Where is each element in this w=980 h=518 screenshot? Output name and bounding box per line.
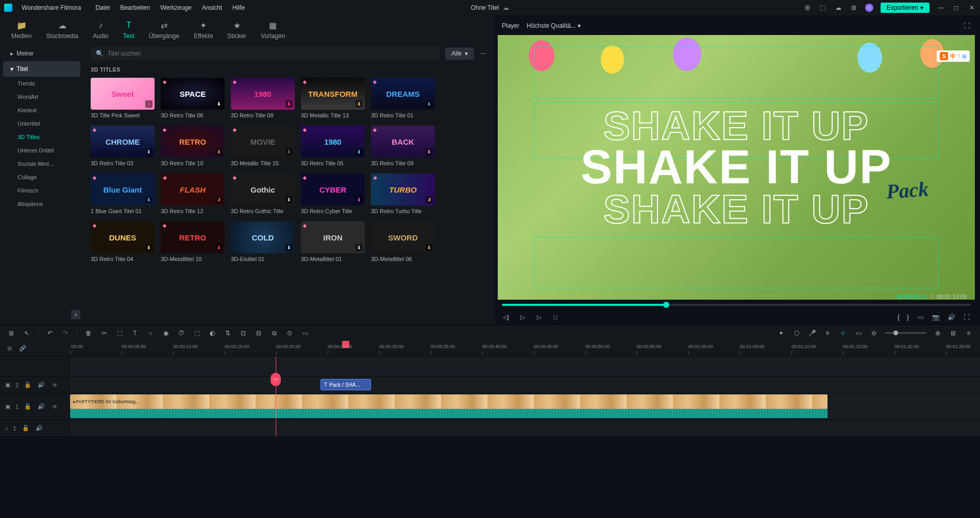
download-icon[interactable]: ⬇ [426, 244, 433, 251]
menu-edit[interactable]: Bearbeiten [120, 4, 150, 11]
title-card[interactable]: ◆CYBER⬇3D Retro Cyber Title [301, 174, 365, 214]
visibility-icon[interactable]: 👁 [50, 403, 59, 411]
crop-icon[interactable]: ⬚ [115, 329, 124, 337]
title-card[interactable]: COLD⬇3D-Eistitel 01 [231, 221, 295, 262]
fit-icon[interactable]: ⊞ [949, 329, 957, 337]
display-icon[interactable]: ▭ [916, 313, 924, 321]
sidebar-sub-soziale-med-[interactable]: Soziale Med... [3, 157, 80, 170]
track-video1-body[interactable]: ▸ PARTYTIERE für Geburtstag... [70, 393, 980, 420]
sidebar-item-meine[interactable]: ▸Meine [3, 46, 80, 61]
tool-icon[interactable]: ⊟ [255, 329, 263, 337]
play-button[interactable]: ▷ [518, 313, 527, 321]
filter-dropdown[interactable]: Alle ▾ [445, 47, 474, 60]
upload-cloud-icon[interactable]: ☁ [834, 4, 842, 12]
download-icon[interactable]: ⬇ [215, 100, 223, 108]
title-card[interactable]: ◆BACK⬇3D Retro Title 09 [371, 126, 435, 166]
title-card[interactable]: ◆CHROME⬇3D Retro Title 03 [91, 126, 155, 166]
sidebar-sub-3d-titles[interactable]: 3D Titles [3, 130, 80, 144]
visibility-icon[interactable]: 👁 [50, 381, 59, 389]
title-card[interactable]: ◆RETRO⬇3D Retro Title 10 [161, 126, 225, 166]
link-icon[interactable]: 🔗 [19, 344, 27, 353]
cloud-sync-icon[interactable]: ☁ [503, 4, 509, 11]
track-audio1-body[interactable] [70, 420, 980, 436]
tab-vorlagen[interactable]: ▦Vorlagen [261, 20, 285, 40]
sidebar-sub-wordart[interactable]: WordArt [3, 90, 80, 103]
tool-icon[interactable]: ⧉ [270, 329, 278, 337]
download-icon[interactable]: ⬇ [285, 196, 293, 203]
redo-icon[interactable]: ↷ [61, 329, 70, 337]
title-card[interactable]: ◆1980⬇3D Retro Title 05 [301, 126, 365, 166]
snap-icon[interactable]: ⊹ [839, 329, 847, 337]
title-card[interactable]: Sweet⬇3D Title Pink Sweet [91, 78, 155, 118]
text-clip[interactable]: T Pack / SHA... [320, 379, 371, 390]
tab-sticker[interactable]: ★Sticker [227, 20, 246, 40]
prev-frame-button[interactable]: ◁| [502, 313, 510, 321]
title-card[interactable]: ◆FLASH⬇3D Retro Title 12 [161, 174, 225, 214]
sidebar-sub-trends[interactable]: Trends [3, 77, 80, 90]
video-clip[interactable]: ▸ PARTYTIERE für Geburtstag... [70, 394, 827, 409]
zoom-slider[interactable] [885, 332, 926, 334]
mute-icon[interactable]: 🔊 [37, 403, 45, 411]
download-icon[interactable]: ⬇ [145, 196, 153, 203]
title-card[interactable]: ◆MOVIE⬇3D Metallic Title 15 [231, 126, 295, 166]
title-card[interactable]: ◆DREAMS⬇3D Retro Title 01 [371, 78, 435, 118]
minimize-window[interactable]: — [937, 4, 945, 12]
export-button[interactable]: Exportieren ▾ [881, 3, 930, 13]
next-frame-button[interactable]: ▷ [535, 313, 543, 321]
mixer-icon[interactable]: ≡ [823, 329, 832, 337]
download-icon[interactable]: ⬇ [356, 196, 363, 203]
zoom-out-icon[interactable]: ⊖ [870, 329, 878, 337]
download-icon[interactable]: ⬇ [145, 148, 153, 156]
title-card[interactable]: ◆RETRO⬇3D-Metalltitel 10 [161, 221, 225, 262]
download-icon[interactable]: ⬇ [356, 100, 363, 108]
snapshot-icon[interactable]: 📷 [932, 313, 940, 321]
sidebar-sub-untertitel[interactable]: Untertitel [3, 117, 80, 130]
tool-icon[interactable]: ◉ [162, 329, 170, 337]
tab-text[interactable]: TText [123, 20, 134, 40]
download-icon[interactable]: ⬇ [356, 148, 363, 156]
text-tool-icon[interactable]: T [131, 329, 139, 337]
tab-audio[interactable]: ♪Audio [93, 20, 109, 40]
download-icon[interactable]: ⬇ [356, 244, 363, 251]
sidebar-sub-filmisch[interactable]: Filmisch [3, 184, 80, 197]
list-icon[interactable]: ≡ [965, 329, 973, 337]
undo-icon[interactable]: ↶ [46, 329, 54, 337]
download-icon[interactable]: ⬇ [145, 244, 153, 251]
download-icon[interactable]: ⬇ [285, 100, 293, 108]
track-video2-body[interactable]: T Pack / SHA... [70, 377, 980, 393]
lock-icon[interactable]: 🔓 [24, 381, 32, 389]
tool-icon[interactable]: ⬚ [193, 329, 201, 337]
search-box[interactable]: 🔍 [91, 47, 440, 60]
speed-icon[interactable]: ⏱ [177, 329, 185, 337]
sidebar-sub-collage[interactable]: Collage [3, 170, 80, 184]
download-icon[interactable]: ⬇ [215, 244, 223, 251]
title-card[interactable]: ◆1980⬇3D Retro Title 08 [231, 78, 295, 118]
select-tool-icon[interactable]: ↖ [23, 329, 31, 337]
menu-file[interactable]: Datei [95, 4, 110, 11]
audio-waveform[interactable] [70, 409, 827, 418]
download-icon[interactable]: ⬇ [285, 148, 293, 156]
download-icon[interactable]: ⬇ [426, 100, 433, 108]
voiceover-icon[interactable]: 🎤 [808, 329, 816, 337]
download-icon[interactable]: ⬇ [285, 244, 293, 251]
progress-bar[interactable] [502, 304, 971, 306]
mute-icon[interactable]: 🔊 [37, 381, 45, 389]
download-icon[interactable]: ⬇ [215, 148, 223, 156]
title-card[interactable]: ◆Gothic⬇3D Retro Gothic Title [231, 174, 295, 214]
search-input[interactable] [108, 50, 435, 57]
tab-übergänge[interactable]: ⇄Übergänge [149, 20, 179, 40]
marker-in-icon[interactable]: { [898, 314, 900, 321]
save-icon[interactable]: ⬚ [819, 4, 827, 12]
tab-stockmedia[interactable]: ☁Stockmedia [46, 20, 78, 40]
collapse-sidebar-button[interactable]: ‹ [71, 310, 80, 319]
preview-viewport[interactable]: SHAKE IT UP SHAKE IT UP SHAKE IT UP Pack… [498, 35, 975, 300]
close-window[interactable]: ✕ [968, 4, 976, 12]
download-icon[interactable]: ⬇ [426, 148, 433, 156]
timeline-ruler[interactable]: :00:0000:00:05:0000:00:10:0000:00:15:000… [70, 341, 980, 356]
zoom-in-icon[interactable]: ⊕ [934, 329, 942, 337]
marker-icon[interactable]: ⬡ [792, 329, 801, 337]
apps-icon[interactable]: ⊞ [850, 4, 858, 12]
timeline-settings-icon[interactable]: ⊞ [5, 344, 13, 353]
lock-icon[interactable]: 🔓 [22, 424, 30, 433]
menu-tools[interactable]: Werkzeuge [160, 4, 191, 11]
